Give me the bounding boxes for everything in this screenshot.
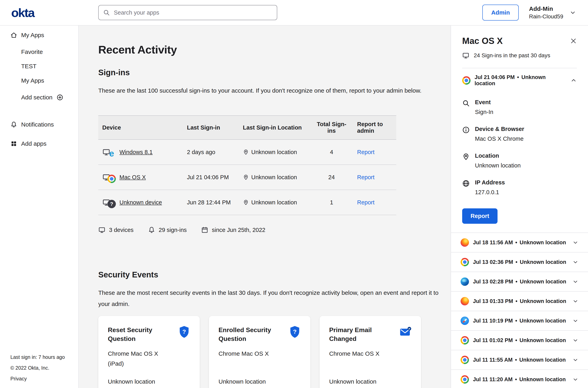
last-signin-value: Jul 21 04:06 PM <box>183 165 239 190</box>
browser-icon <box>462 76 471 85</box>
search-icon <box>103 9 110 16</box>
admin-button[interactable]: Admin <box>482 5 518 21</box>
location-pin-icon <box>243 199 249 205</box>
device-link[interactable]: Mac OS X <box>119 174 146 181</box>
security-event-card[interactable]: Enrolled Security Question Chrome Mac OS… <box>209 316 310 388</box>
detail-event: Event Sign-In <box>462 99 577 115</box>
entry-label: Jul 11 11:55 AMUnknown location <box>473 357 566 363</box>
chevron-down-icon <box>572 318 578 324</box>
shield-question-icon <box>178 326 190 340</box>
sidebar-item-my-apps[interactable]: My Apps <box>0 28 78 42</box>
table-row: Unknown device Jun 28 12:44 PM Unknown l… <box>98 190 396 215</box>
sidebar-item-add-apps[interactable]: Add apps <box>0 137 78 150</box>
report-link[interactable]: Report <box>357 174 375 180</box>
sidebar-item-favorite[interactable]: Favorite <box>0 45 78 59</box>
report-button[interactable]: Report <box>462 208 498 224</box>
report-link[interactable]: Report <box>357 199 375 206</box>
okta-dashboard: okta Admin Add-Min Rain-Cloud59 My Apps <box>0 0 588 388</box>
event-title: Reset Security Question <box>108 326 168 343</box>
chevron-down-icon <box>572 259 578 265</box>
signin-entry[interactable]: Jul 11 11:55 AMUnknown location <box>451 350 588 369</box>
detail-location: Location Unknown location <box>462 152 577 169</box>
sidebar-item-my-apps-section[interactable]: My Apps <box>0 74 78 87</box>
entry-label: Jul 18 11:56 AMUnknown location <box>473 240 566 246</box>
search-input[interactable] <box>98 5 277 20</box>
location-value: Unknown location <box>251 149 297 155</box>
sidebar-item-label: My Apps <box>21 32 44 39</box>
signins-description: These are the last 100 successful sign-i… <box>98 85 450 96</box>
chevron-down-icon <box>572 279 578 285</box>
mail-check-icon <box>399 326 411 340</box>
report-link[interactable]: Report <box>357 149 375 155</box>
browser-icon <box>107 149 116 158</box>
signins-heading: Sign-ins <box>98 68 451 77</box>
user-menu[interactable]: Add-Min Rain-Cloud59 <box>529 5 576 20</box>
chevron-down-icon <box>572 240 578 245</box>
location-pin-icon <box>243 174 249 180</box>
entry-label: Jul 13 01:33 PMUnknown location <box>473 298 566 304</box>
browser-icon <box>460 375 469 384</box>
add-section-button[interactable]: Add section <box>0 91 78 104</box>
detail-value: 127.0.0.1 <box>475 189 505 195</box>
home-icon <box>10 32 17 39</box>
table-row: Windows 8.1 2 days ago Unknown location … <box>98 140 396 165</box>
detail-device-browser: Device & Browser Mac OS X Chrome <box>462 126 577 142</box>
event-title: Enrolled Security Question <box>219 326 279 343</box>
signin-entry[interactable]: Jul 11 10:19 PMUnknown location <box>451 311 588 330</box>
signin-entry[interactable]: Jul 11 01:02 PMUnknown location <box>451 330 588 350</box>
device-link[interactable]: Windows 8.1 <box>119 149 153 155</box>
sidebar-item-label: Notifications <box>21 121 54 128</box>
bullet-separator <box>515 376 517 382</box>
entry-label: Jul 11 11:20 AMUnknown location <box>473 376 566 383</box>
browser-icon <box>460 316 469 325</box>
okta-logo[interactable]: okta <box>0 6 79 20</box>
grid-icon <box>10 140 17 147</box>
browser-icon <box>107 200 116 208</box>
browser-icon <box>460 277 469 286</box>
signin-entry-expanded-header[interactable]: Jul 21 04:06 PMUnknown location <box>462 68 577 93</box>
signin-entry[interactable]: Jul 11 11:20 AMUnknown location <box>451 369 588 388</box>
copyright-text: © 2022 Okta, Inc. <box>10 363 65 373</box>
browser-icon <box>460 238 469 247</box>
detail-value: Mac OS X Chrome <box>475 136 524 142</box>
signin-entry[interactable]: Jul 13 02:36 PMUnknown location <box>451 252 588 272</box>
signin-entry[interactable]: Jul 13 01:33 PMUnknown location <box>451 291 588 311</box>
sidebar-item-test[interactable]: TEST <box>0 59 78 73</box>
security-events-heading: Security Events <box>98 270 451 279</box>
last-signin-value: 2 days ago <box>183 140 239 165</box>
detail-label: Device & Browser <box>475 126 524 132</box>
user-org: Rain-Cloud59 <box>529 13 563 20</box>
entry-label: Jul 13 02:36 PMUnknown location <box>473 259 566 265</box>
location-pin-icon <box>462 153 470 160</box>
monitor-icon <box>98 226 105 234</box>
event-title: Primary Email Changed <box>329 326 389 343</box>
signins-count: 29 sign-ins <box>148 226 187 234</box>
last-sign-in-text: Last sign in: 7 hours ago <box>10 352 65 363</box>
signin-entry[interactable]: Jul 18 11:56 AMUnknown location <box>451 233 588 252</box>
total-signins-value: 1 <box>310 190 353 215</box>
bullet-separator <box>517 74 519 80</box>
app-search <box>98 5 277 20</box>
security-event-card[interactable]: Primary Email Changed Chrome Mac OS X Un… <box>320 316 421 388</box>
signins-table: Device Last Sign-in Last Sign-in Locatio… <box>98 115 396 215</box>
column-header-location: Last Sign-in Location <box>239 116 310 140</box>
sidebar-item-notifications[interactable]: Notifications <box>0 118 78 131</box>
column-header-last-signin: Last Sign-in <box>183 116 239 140</box>
event-agent: Chrome Mac OS X <box>329 349 393 369</box>
bullet-separator <box>515 318 517 324</box>
signins-summary: 3 devices 29 sign-ins since Jun 25th, 20… <box>98 226 451 234</box>
last-signin-value: Jun 28 12:44 PM <box>183 190 239 215</box>
signin-entry[interactable]: Jul 13 02:28 PMUnknown location <box>451 272 588 291</box>
close-icon[interactable] <box>570 38 577 44</box>
info-circle-icon <box>462 126 470 134</box>
plus-circle-icon <box>56 94 63 101</box>
security-event-card[interactable]: Reset Security Question Chrome Mac OS X … <box>98 316 200 388</box>
detail-label: Location <box>475 152 521 159</box>
bell-icon <box>10 121 17 128</box>
device-link[interactable]: Unknown device <box>119 199 162 206</box>
detail-value: Sign-In <box>475 109 493 115</box>
privacy-link[interactable]: Privacy <box>10 373 65 384</box>
event-agent: Chrome Mac OS X <box>219 349 282 369</box>
bullet-separator <box>515 240 517 245</box>
chevron-down-icon <box>572 376 578 382</box>
